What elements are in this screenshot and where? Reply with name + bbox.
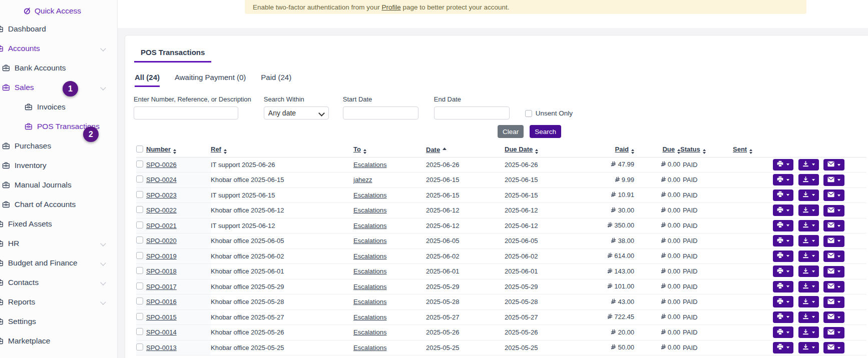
transaction-number-link[interactable]: SPO-0024 [146, 176, 177, 184]
row-checkbox[interactable] [136, 160, 143, 168]
download-button[interactable] [798, 342, 819, 354]
column-header-date[interactable]: Date [426, 142, 505, 157]
search-within-select[interactable]: Any date [264, 106, 329, 120]
recipient-link[interactable]: Escalations [353, 206, 386, 214]
row-checkbox[interactable] [136, 206, 143, 213]
print-button[interactable] [773, 296, 793, 308]
sidebar-item-bank-accounts[interactable]: Bank Accounts [0, 58, 117, 78]
transaction-number-link[interactable]: SPO-0021 [146, 222, 177, 230]
download-button[interactable] [798, 204, 819, 216]
sidebar-item-sales[interactable]: Sales [0, 78, 117, 97]
row-checkbox[interactable] [136, 176, 143, 182]
sidebar-item-marketplace[interactable]: Marketplace [0, 331, 117, 350]
print-button[interactable] [773, 204, 793, 216]
recipient-link[interactable]: Escalations [353, 328, 386, 336]
download-button[interactable] [798, 174, 819, 186]
recipient-link[interactable]: Escalations [353, 344, 386, 352]
column-header-due[interactable]: Due [634, 142, 680, 157]
print-button[interactable] [773, 312, 793, 323]
print-button[interactable] [773, 266, 793, 277]
transaction-number-link[interactable]: SPO-0020 [146, 237, 177, 244]
sidebar-item-hr[interactable]: HR [0, 234, 117, 253]
clear-button[interactable]: Clear [498, 125, 524, 138]
tab-paid-24-[interactable]: Paid (24) [261, 73, 291, 87]
sidebar-item-purchases[interactable]: Purchases [0, 136, 117, 156]
sidebar-item-budget-and-finance[interactable]: Budget and Finance [0, 253, 117, 272]
download-button[interactable] [798, 266, 819, 277]
row-checkbox[interactable] [136, 298, 143, 304]
download-button[interactable] [798, 281, 819, 292]
row-checkbox[interactable] [136, 344, 143, 350]
print-button[interactable] [773, 326, 793, 338]
print-button[interactable] [773, 159, 793, 170]
recipient-link[interactable]: Escalations [353, 298, 386, 306]
recipient-link[interactable]: Escalations [353, 252, 386, 260]
start-date-input[interactable] [343, 106, 418, 120]
email-button[interactable] [823, 250, 844, 262]
row-checkbox[interactable] [136, 222, 143, 228]
row-checkbox[interactable] [136, 252, 143, 259]
profile-link[interactable]: Profile [381, 4, 400, 11]
download-button[interactable] [798, 326, 819, 338]
transaction-number-link[interactable]: SPO-0015 [146, 314, 177, 321]
download-button[interactable] [798, 235, 819, 246]
row-checkbox[interactable] [136, 282, 143, 290]
recipient-link[interactable]: Escalations [353, 192, 386, 199]
transaction-number-link[interactable]: SPO-0019 [146, 252, 177, 260]
recipient-link[interactable]: Escalations [353, 237, 386, 244]
email-button[interactable] [823, 327, 844, 338]
sidebar-item-invoices[interactable]: Invoices [0, 97, 117, 116]
email-button[interactable] [823, 342, 844, 354]
print-button[interactable] [773, 174, 793, 186]
sidebar-item-fixed-assets[interactable]: Fixed Assets [0, 214, 117, 234]
number-filter-input[interactable] [134, 106, 238, 120]
email-button[interactable] [823, 220, 844, 232]
row-checkbox[interactable] [136, 313, 143, 320]
recipient-link[interactable]: Escalations [353, 314, 386, 321]
download-button[interactable] [798, 312, 819, 323]
recipient-link[interactable]: Escalations [353, 222, 386, 230]
row-checkbox[interactable] [136, 191, 143, 198]
sidebar-item-pos-transactions[interactable]: POS Transactions [0, 116, 117, 136]
email-button[interactable] [823, 312, 844, 323]
search-button[interactable]: Search [530, 125, 561, 138]
row-checkbox[interactable] [136, 236, 143, 244]
column-header-to[interactable]: To [353, 142, 426, 157]
sidebar-item-manual-journals[interactable]: Manual Journals [0, 175, 117, 194]
column-header-due-date[interactable]: Due Date [505, 142, 580, 157]
transaction-number-link[interactable]: SPO-0018 [146, 268, 177, 275]
email-button[interactable] [823, 296, 844, 308]
email-button[interactable] [823, 159, 844, 170]
end-date-input[interactable] [434, 106, 510, 120]
transaction-number-link[interactable]: SPO-0023 [146, 192, 177, 199]
column-header-sent[interactable]: Sent [733, 142, 773, 157]
transaction-number-link[interactable]: SPO-0017 [146, 283, 177, 290]
transaction-number-link[interactable]: SPO-0022 [146, 206, 177, 214]
transaction-number-link[interactable]: SPO-0016 [146, 298, 177, 306]
email-button[interactable] [823, 205, 844, 216]
email-button[interactable] [823, 281, 844, 292]
select-all-checkbox[interactable] [136, 146, 143, 152]
download-button[interactable] [798, 250, 819, 262]
sidebar-item-reports[interactable]: Reports [0, 292, 117, 312]
print-button[interactable] [773, 190, 793, 201]
sidebar-item-chart-of-accounts[interactable]: Chart of Accounts [0, 194, 117, 214]
email-button[interactable] [823, 266, 844, 278]
transaction-number-link[interactable]: SPO-0013 [146, 344, 177, 352]
email-button[interactable] [823, 174, 844, 186]
download-button[interactable] [798, 296, 819, 308]
download-button[interactable] [798, 220, 819, 232]
sidebar-item-inventory[interactable]: Inventory [0, 156, 117, 175]
print-button[interactable] [773, 250, 793, 262]
transaction-number-link[interactable]: SPO-0014 [146, 328, 177, 336]
print-button[interactable] [773, 342, 793, 354]
sidebar-item-accounts[interactable]: Accounts [0, 38, 117, 58]
recipient-link[interactable]: Escalations [353, 161, 386, 168]
tab-all-24-[interactable]: All (24) [135, 73, 160, 87]
quick-access-button[interactable]: Quick Access [0, 0, 117, 16]
email-button[interactable] [823, 190, 844, 201]
recipient-link[interactable]: Escalations [353, 268, 386, 275]
unsent-only-checkbox[interactable] [525, 110, 532, 117]
sidebar-item-contacts[interactable]: Contacts [0, 272, 117, 292]
transaction-number-link[interactable]: SPO-0026 [146, 161, 177, 168]
